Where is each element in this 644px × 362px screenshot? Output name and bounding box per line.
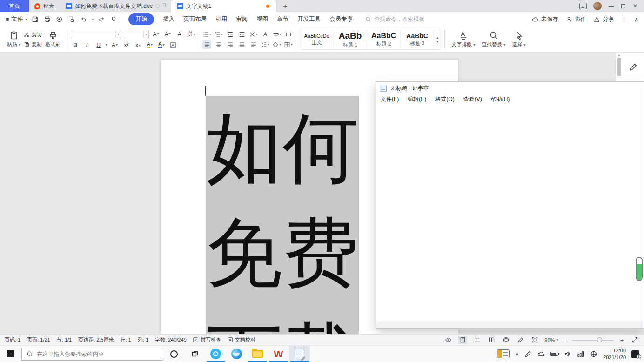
pinyin-guide-button[interactable]: 拼▾ — [187, 30, 195, 39]
notepad-menu-edit[interactable]: 编辑(E) — [408, 95, 426, 103]
decrease-indent-button[interactable] — [226, 30, 235, 39]
vertical-scrollbar[interactable]: ▲ — [616, 53, 623, 81]
new-tab-button[interactable]: ＋ — [276, 0, 295, 12]
zoom-in-button[interactable]: ＋ — [619, 336, 625, 344]
zoom-slider-knob[interactable] — [597, 337, 602, 342]
globe-icon[interactable] — [590, 350, 597, 358]
line-spacing-button[interactable]: ▾ — [261, 40, 269, 49]
copy-button[interactable]: 复制 — [24, 41, 42, 48]
highlight-color-button[interactable]: A▾ — [145, 41, 154, 49]
collaborate-button[interactable]: 协作 — [565, 15, 586, 23]
font-size-combo[interactable]: ▾ — [124, 30, 149, 39]
print-icon[interactable] — [43, 15, 51, 23]
export-pdf-icon[interactable] — [55, 15, 63, 23]
close-button[interactable]: ✕ — [632, 3, 638, 9]
spell-check-toggle[interactable]: ✓ 拼写检查 — [193, 336, 221, 343]
doc-proof-button[interactable]: A 文档校对 — [228, 336, 255, 343]
tab-document[interactable]: 如何免费下载百度文库文档.doc — [60, 0, 171, 12]
taskbar-search[interactable] — [21, 348, 163, 361]
collapse-ribbon-icon[interactable]: ∧ — [634, 16, 638, 23]
zoom-out-button[interactable]: − — [563, 336, 567, 343]
align-right-button[interactable] — [226, 40, 235, 49]
bold-button[interactable]: B — [71, 41, 80, 49]
paste-button[interactable]: 粘贴 ▾ — [4, 28, 24, 50]
more-icon[interactable]: ⋮ — [621, 16, 627, 23]
user-avatar[interactable] — [593, 2, 602, 10]
ink-workspace-icon[interactable] — [524, 350, 532, 358]
share-button[interactable]: 分享 — [593, 15, 614, 23]
action-center-icon[interactable]: 3 — [631, 350, 639, 358]
style-gallery-more[interactable]: ▲▼ — [434, 29, 441, 49]
fit-page-icon[interactable] — [530, 336, 539, 344]
outline-view-icon[interactable] — [472, 336, 482, 344]
align-distribute-button[interactable] — [249, 40, 258, 49]
shading-button[interactable]: ▾ — [272, 40, 281, 49]
clear-format-button[interactable]: A — [175, 30, 184, 39]
redo-button[interactable] — [98, 15, 106, 23]
notepad-menu-view[interactable]: 查看(V) — [463, 95, 482, 103]
taskbar-app-blue[interactable] — [205, 346, 226, 362]
save-icon[interactable] — [31, 15, 39, 23]
numbering-button[interactable]: ▾ — [214, 30, 223, 39]
start-button[interactable] — [0, 346, 21, 362]
underline-dropdown[interactable]: ▾ — [106, 43, 107, 47]
subscript-button[interactable]: x₂ — [134, 41, 142, 49]
char-scale-button[interactable] — [261, 30, 269, 39]
notepad-window[interactable]: 无标题 - 记事本 文件(F) 编辑(E) 格式(O) 查看(V) 帮助(H) — [376, 81, 644, 329]
zoom-slider[interactable] — [572, 340, 614, 341]
onedrive-cloud-icon[interactable] — [537, 350, 545, 358]
eye-protection-icon[interactable] — [443, 336, 453, 344]
fullscreen-icon[interactable] — [630, 336, 639, 344]
font-name-combo[interactable]: ▾ — [71, 30, 121, 39]
location-pin-icon[interactable] — [110, 15, 118, 23]
notepad-edit-area[interactable] — [376, 105, 643, 321]
notepad-menu-file[interactable]: 文件(F) — [381, 95, 399, 103]
hidden-icons-chevron[interactable]: ∧ — [515, 351, 519, 357]
decrease-font-button[interactable]: A⁻ — [163, 30, 172, 39]
taskbar-notepad[interactable] — [289, 346, 310, 362]
italic-button[interactable]: I — [82, 41, 91, 49]
char-effects-button[interactable]: A▾ — [110, 41, 119, 49]
bullets-button[interactable]: ▾ — [202, 30, 211, 39]
char-border-button[interactable]: A — [168, 41, 177, 49]
style-heading2[interactable]: AaBbC 标题 2 — [367, 29, 401, 49]
minimize-button[interactable]: — — [608, 3, 615, 9]
battery-icon[interactable] — [550, 352, 558, 356]
tab-section[interactable]: 章节 — [277, 15, 288, 23]
tab-member[interactable]: 会员专享 — [329, 15, 353, 23]
notepad-menu-format[interactable]: 格式(O) — [435, 95, 454, 103]
tab-references[interactable]: 引用 — [215, 15, 227, 23]
paper-grid-button[interactable] — [284, 30, 293, 39]
cut-button[interactable]: 剪切 — [24, 31, 42, 38]
tab-pin-icon[interactable] — [163, 3, 166, 6]
scroll-up-icon[interactable]: ▲ — [617, 54, 621, 57]
tab-view[interactable]: 视图 — [256, 15, 268, 23]
undo-button[interactable] — [80, 15, 87, 23]
underline-button[interactable]: U — [94, 41, 103, 49]
tab-insert[interactable]: 插入 — [163, 15, 174, 23]
taskbar-app-edge[interactable] — [226, 346, 247, 362]
find-replace-button[interactable]: 查找替换 ▾ — [478, 28, 509, 50]
scrollbar-thumb[interactable] — [617, 58, 621, 76]
ink-mode-icon[interactable] — [516, 336, 525, 344]
command-search[interactable]: 查找命令，搜索模板 — [365, 15, 424, 23]
text-direction-button[interactable]: ▾ — [249, 30, 258, 39]
style-heading3[interactable]: AaBbC 标题 3 — [401, 29, 434, 49]
print-preview-icon[interactable] — [67, 15, 75, 23]
wrap-button[interactable]: ▾ — [272, 30, 281, 39]
taskbar-search-input[interactable] — [37, 351, 158, 357]
page-view-icon[interactable] — [458, 336, 467, 344]
screenshot-tool-icon[interactable] — [579, 3, 587, 9]
font-color-button[interactable]: A▾ — [157, 41, 166, 49]
tab-current-document[interactable]: 文字文稿1 — [171, 0, 276, 12]
save-status[interactable]: 未保存 — [532, 15, 558, 23]
notepad-menu-help[interactable]: 帮助(H) — [491, 95, 510, 103]
tab-review[interactable]: 审阅 — [236, 15, 248, 23]
volume-icon[interactable] — [564, 350, 571, 358]
tab-docer[interactable]: 稻壳 — [29, 0, 60, 12]
taskbar-wps[interactable]: W — [268, 346, 289, 362]
multipage-view-icon[interactable] — [487, 336, 496, 344]
ink-pen-panel[interactable] — [623, 53, 644, 81]
tab-dev-tools[interactable]: 开发工具 — [297, 15, 321, 23]
notepad-titlebar[interactable]: 无标题 - 记事本 — [376, 82, 644, 94]
